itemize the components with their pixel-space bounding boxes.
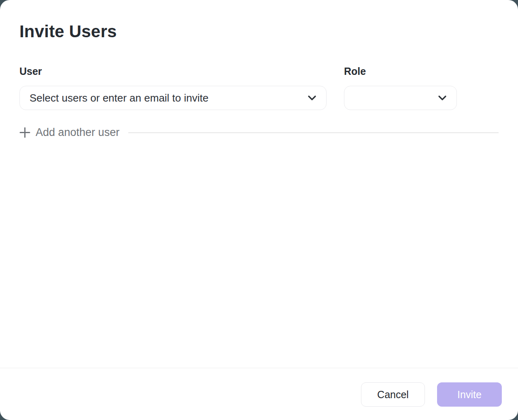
user-field-label: User <box>19 66 327 77</box>
user-select[interactable]: Select users or enter an email to invite <box>19 86 327 110</box>
role-field: Role <box>344 66 457 110</box>
dialog-title: Invite Users <box>19 22 499 41</box>
add-another-divider <box>128 132 499 133</box>
invite-button[interactable]: Invite <box>437 382 502 407</box>
dialog-footer: Cancel Invite <box>0 368 518 420</box>
chevron-down-icon <box>438 95 447 101</box>
add-another-user-label: Add another user <box>36 127 119 138</box>
add-another-user-row: Add another user <box>19 127 499 138</box>
role-field-label: Role <box>344 66 457 77</box>
invite-users-dialog: Invite Users User Select users or enter … <box>0 0 518 420</box>
role-select[interactable] <box>344 86 457 110</box>
chevron-down-icon <box>308 95 316 101</box>
cancel-button[interactable]: Cancel <box>361 382 425 407</box>
dialog-body: Invite Users User Select users or enter … <box>0 0 518 368</box>
user-select-placeholder: Select users or enter an email to invite <box>30 92 208 104</box>
user-field: User Select users or enter an email to i… <box>19 66 327 110</box>
plus-icon <box>19 127 30 138</box>
invite-form-row: User Select users or enter an email to i… <box>19 66 499 110</box>
add-another-user-button[interactable]: Add another user <box>19 127 119 138</box>
